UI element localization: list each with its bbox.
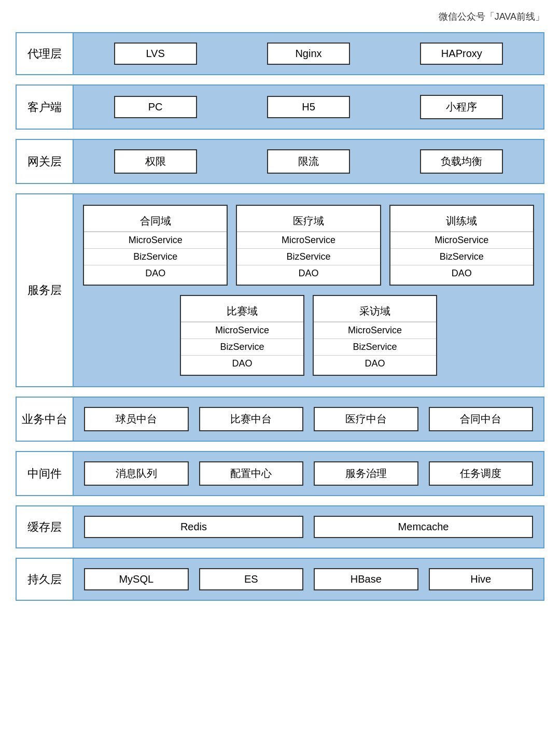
- watermark: 微信公众号「JAVA前线」: [16, 10, 544, 23]
- layer-service: 服务层合同域MicroServiceBizServiceDAO医疗域MicroS…: [16, 193, 544, 387]
- domain-item-DAO: DAO: [314, 355, 436, 372]
- layer-label-cache: 缓存层: [17, 506, 74, 547]
- domain-item-DAO: DAO: [84, 265, 227, 281]
- domain-title-医疗域: 医疗域: [237, 211, 380, 232]
- layer-biz-platform: 业务中台球员中台比赛中台医疗中台合同中台: [16, 397, 544, 442]
- domain-title-合同域: 合同域: [84, 211, 227, 232]
- layer-content-client: PCH5小程序: [74, 86, 543, 129]
- layer-content-cache: RedisMemcache: [74, 506, 543, 547]
- item-LVS: LVS: [114, 43, 197, 65]
- item-ES: ES: [199, 568, 304, 590]
- layer-cache: 缓存层RedisMemcache: [16, 505, 544, 548]
- item-负载均衡: 负载均衡: [420, 149, 503, 174]
- item-小程序: 小程序: [420, 95, 503, 119]
- layer-persistence: 持久层MySQLESHBaseHive: [16, 558, 544, 601]
- item-球员中台: 球员中台: [84, 407, 189, 431]
- item-合同中台: 合同中台: [429, 407, 534, 431]
- item-HBase: HBase: [314, 568, 418, 590]
- item-HAProxy: HAProxy: [420, 43, 503, 65]
- domain-item-DAO: DAO: [390, 265, 533, 281]
- domain-item-MicroService: MicroService: [84, 232, 227, 248]
- domain-item-DAO: DAO: [237, 265, 380, 281]
- architecture-diagram: 代理层LVSNginxHAProxy客户端PCH5小程序网关层权限限流负载均衡服…: [16, 32, 544, 601]
- domain-item-BizService: BizService: [84, 248, 227, 265]
- domain-title-训练域: 训练域: [390, 211, 533, 232]
- domain-title-比赛域: 比赛域: [181, 301, 303, 322]
- layer-middleware: 中间件消息队列配置中心服务治理任务调度: [16, 451, 544, 496]
- service-bottom-row: 比赛域MicroServiceBizServiceDAO采访域MicroServ…: [83, 295, 534, 376]
- domain-item-BizService: BizService: [314, 338, 436, 355]
- domain-item-BizService: BizService: [237, 248, 380, 265]
- item-Redis: Redis: [84, 516, 303, 538]
- domain-医疗域: 医疗域MicroServiceBizServiceDAO: [236, 205, 381, 286]
- service-top-row: 合同域MicroServiceBizServiceDAO医疗域MicroServ…: [83, 205, 534, 286]
- domain-item-MicroService: MicroService: [181, 322, 303, 338]
- domain-合同域: 合同域MicroServiceBizServiceDAO: [83, 205, 228, 286]
- item-消息队列: 消息队列: [84, 461, 189, 486]
- item-任务调度: 任务调度: [429, 461, 534, 486]
- layer-proxy: 代理层LVSNginxHAProxy: [16, 32, 544, 75]
- layer-content-biz-platform: 球员中台比赛中台医疗中台合同中台: [74, 398, 543, 441]
- domain-item-MicroService: MicroService: [314, 322, 436, 338]
- domain-采访域: 采访域MicroServiceBizServiceDAO: [313, 295, 437, 376]
- item-H5: H5: [267, 96, 350, 118]
- item-医疗中台: 医疗中台: [314, 407, 418, 431]
- layer-client: 客户端PCH5小程序: [16, 84, 544, 130]
- layer-gateway: 网关层权限限流负载均衡: [16, 139, 544, 184]
- layer-label-client: 客户端: [17, 86, 74, 129]
- domain-item-MicroService: MicroService: [390, 232, 533, 248]
- layer-content-persistence: MySQLESHBaseHive: [74, 559, 543, 600]
- layer-label-proxy: 代理层: [17, 33, 74, 74]
- layer-label-persistence: 持久层: [17, 559, 74, 600]
- layer-label-biz-platform: 业务中台: [17, 398, 74, 441]
- layer-content-proxy: LVSNginxHAProxy: [74, 33, 543, 74]
- layer-label-service: 服务层: [17, 194, 74, 386]
- item-比赛中台: 比赛中台: [199, 407, 304, 431]
- item-Memcache: Memcache: [314, 516, 533, 538]
- layer-content-gateway: 权限限流负载均衡: [74, 140, 543, 183]
- domain-item-BizService: BizService: [390, 248, 533, 265]
- layer-label-middleware: 中间件: [17, 452, 74, 495]
- domain-title-采访域: 采访域: [314, 301, 436, 322]
- item-MySQL: MySQL: [84, 568, 189, 590]
- item-限流: 限流: [267, 149, 350, 174]
- item-权限: 权限: [114, 149, 197, 174]
- domain-item-BizService: BizService: [181, 338, 303, 355]
- item-Hive: Hive: [429, 568, 534, 590]
- layer-content-service: 合同域MicroServiceBizServiceDAO医疗域MicroServ…: [74, 194, 543, 386]
- domain-item-MicroService: MicroService: [237, 232, 380, 248]
- domain-训练域: 训练域MicroServiceBizServiceDAO: [389, 205, 534, 286]
- layer-content-middleware: 消息队列配置中心服务治理任务调度: [74, 452, 543, 495]
- item-配置中心: 配置中心: [199, 461, 304, 486]
- layer-label-gateway: 网关层: [17, 140, 74, 183]
- item-PC: PC: [114, 96, 197, 118]
- domain-item-DAO: DAO: [181, 355, 303, 372]
- item-服务治理: 服务治理: [314, 461, 418, 486]
- domain-比赛域: 比赛域MicroServiceBizServiceDAO: [180, 295, 304, 376]
- item-Nginx: Nginx: [267, 43, 350, 65]
